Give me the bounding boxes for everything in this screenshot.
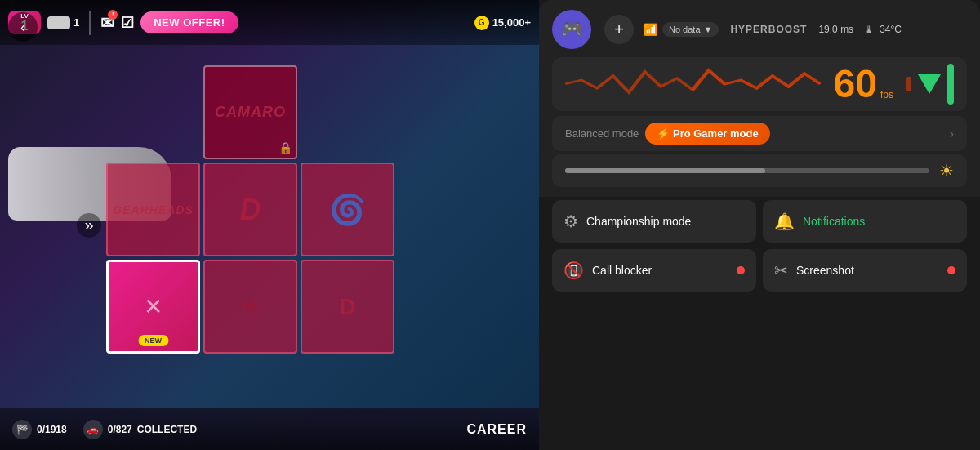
- badge-cell-d[interactable]: D: [203, 163, 297, 256]
- panel-header: 🎮 + 📶 No data ▼ HYPERBOOST 19.0 ms 🌡 34°…: [539, 0, 980, 197]
- overlay-panel: 🎮 + 📶 No data ▼ HYPERBOOST 19.0 ms 🌡 34°…: [539, 0, 980, 450]
- balanced-mode-label: Balanced mode: [565, 127, 639, 140]
- career-label: CAREER: [466, 422, 527, 437]
- championship-icon: ⚙: [564, 212, 578, 231]
- mode-selector: Balanced mode ⚡ Pro Gamer mode ›: [552, 116, 967, 151]
- call-blocker-label: Call blocker: [592, 263, 652, 278]
- collected-label: COLLECTED: [137, 424, 197, 435]
- stat-flag: 🏁 0/1918: [12, 420, 67, 439]
- car-icon: [47, 16, 70, 29]
- screenshot-label: Screenshot: [796, 263, 854, 278]
- stat-collected: 🚗 0/827 COLLECTED: [83, 420, 197, 439]
- badge-cell-empty-1: [106, 65, 200, 159]
- wifi-icon: 📶: [644, 23, 657, 36]
- mail-badge: !: [108, 10, 118, 20]
- no-data-badge[interactable]: No data ▼: [662, 22, 719, 37]
- stat2-value: 0/827: [108, 424, 132, 435]
- mail-icon[interactable]: ✉ !: [100, 13, 114, 33]
- badge-cell-novice[interactable]: D: [301, 260, 394, 354]
- call-blocker-status: [737, 266, 745, 274]
- nav-left-button[interactable]: »: [77, 213, 101, 238]
- triangle-indicator: [918, 74, 941, 94]
- bar-left: [906, 77, 911, 91]
- hud-right: G 15,000+: [474, 16, 531, 30]
- stat1-value: 0/1918: [37, 424, 67, 435]
- game-controller-button[interactable]: 🎮: [552, 10, 591, 49]
- fps-value: 60: [834, 65, 877, 104]
- check-icon[interactable]: ☑: [121, 14, 134, 32]
- car-list-icon: 🚗: [83, 420, 103, 439]
- badge-cell-gearheads[interactable]: GEARHEADS: [106, 163, 200, 256]
- lock-icon: 🔒: [278, 141, 292, 154]
- team-icon: ⚜: [241, 294, 260, 319]
- call-blocker-cell[interactable]: 📵 Call blocker: [552, 249, 756, 292]
- novice-label: D: [339, 294, 355, 320]
- bell-icon: 🔔: [774, 212, 795, 231]
- level-label: LV: [20, 12, 29, 20]
- dropdown-arrow: ▼: [704, 25, 713, 34]
- panel-header-top: 🎮 + 📶 No data ▼ HYPERBOOST 19.0 ms 🌡 34°…: [552, 10, 967, 49]
- screenshot-status: [947, 266, 956, 274]
- championship-mode-label: Championship mode: [586, 214, 691, 229]
- add-button[interactable]: +: [604, 15, 634, 44]
- bar-indicators: [906, 77, 911, 91]
- badge-cell-camaro[interactable]: CAMARO 🔒: [203, 65, 297, 159]
- badge-cell-new[interactable]: ✕ NEW: [106, 260, 200, 354]
- fps-display: 60 fps: [552, 57, 967, 111]
- x-icon: ✕: [144, 293, 163, 320]
- camaro-label: CAMARO: [215, 104, 286, 121]
- currency-value: 15,000+: [492, 16, 531, 29]
- fps-waveform: [565, 64, 821, 105]
- flag-icon: 🏁: [12, 420, 32, 439]
- swirl-icon: 🌀: [329, 193, 366, 227]
- chevron-right-icon: ›: [950, 127, 954, 141]
- pro-gamer-button[interactable]: ⚡ Pro Gamer mode: [645, 123, 769, 145]
- latency-value: 19.0 ms: [818, 24, 853, 35]
- brightness-icon: ☀: [939, 161, 954, 180]
- new-offer-button[interactable]: NEW OFFER!: [140, 11, 238, 33]
- fps-number-group: 60 fps: [834, 65, 893, 104]
- fps-graph: [565, 64, 821, 105]
- d-badge-icon: D: [240, 193, 261, 227]
- notifications-label: Notifications: [803, 215, 865, 228]
- bottom-bar: 🏁 0/1918 🚗 0/827 COLLECTED CAREER: [0, 408, 539, 450]
- temp-value: 34°C: [880, 24, 902, 35]
- wifi-label: No data: [669, 25, 701, 34]
- currency-icon: G: [474, 16, 489, 30]
- badge-cell-swirl[interactable]: 🌀: [301, 163, 394, 256]
- notifications-cell[interactable]: 🔔 Notifications: [763, 200, 967, 243]
- phone-icon: 📵: [564, 261, 584, 280]
- screenshot-cell[interactable]: ✂ Screenshot: [763, 249, 967, 292]
- action-grid: ⚙ Championship mode 🔔 Notifications 📵 Ca…: [539, 200, 980, 292]
- gearheads-label: GEARHEADS: [113, 203, 193, 216]
- green-bar: [947, 64, 954, 105]
- car-count: 1: [47, 16, 79, 29]
- screenshot-icon: ✂: [774, 261, 788, 280]
- fps-indicators: [906, 64, 954, 105]
- badge-cell-empty-2: [301, 65, 394, 159]
- currency-display: G 15,000+: [474, 16, 531, 30]
- thermometer-icon: 🌡: [863, 23, 875, 36]
- brightness-slider[interactable]: [565, 168, 929, 173]
- divider: [89, 11, 91, 35]
- brightness-row: ☀: [552, 154, 967, 187]
- championship-mode-cell[interactable]: ⚙ Championship mode: [552, 200, 756, 243]
- car-number: 1: [74, 16, 79, 29]
- badge-cell-team[interactable]: ⚜: [203, 260, 297, 354]
- game-background: ‹ LV 1 1 ✉ ! ☑ NEW OFFER! G 15,000+: [0, 0, 539, 450]
- network-info: 📶 No data ▼ HYPERBOOST 19.0 ms 🌡 34°C: [644, 22, 902, 37]
- new-badge: NEW: [138, 335, 168, 346]
- hyperboost-label: HYPERBOOST: [730, 24, 807, 35]
- fps-unit: fps: [880, 89, 893, 100]
- top-hud: ‹ LV 1 1 ✉ ! ☑ NEW OFFER! G 15,000+: [0, 0, 539, 45]
- badge-grid: CAMARO 🔒 GEARHEADS D 🌀 ✕ NEW ⚜ D: [106, 65, 394, 354]
- slider-fill: [565, 168, 765, 173]
